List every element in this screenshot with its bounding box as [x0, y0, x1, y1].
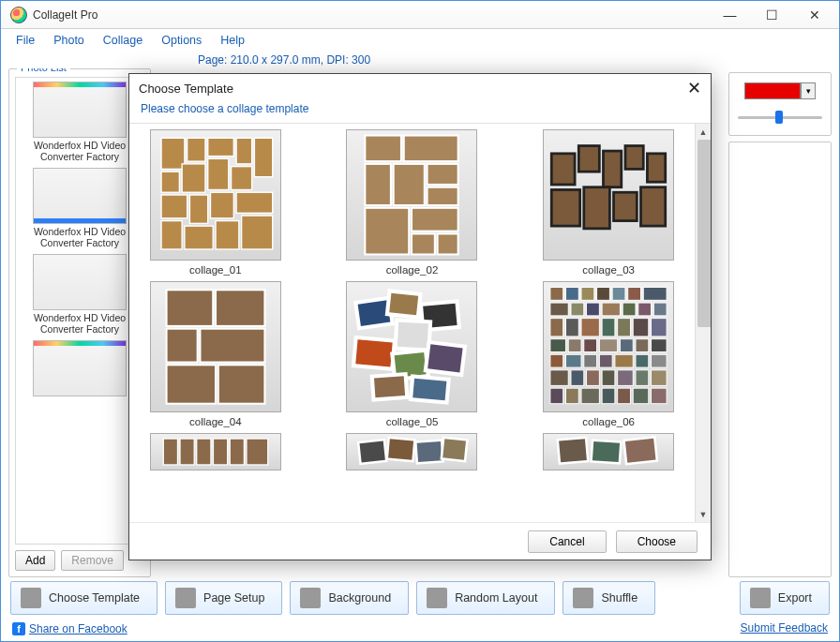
svg-rect-81: [584, 354, 597, 367]
choose-template-button[interactable]: Choose Template: [10, 581, 158, 615]
svg-rect-54: [597, 288, 610, 301]
svg-rect-35: [641, 187, 666, 226]
svg-rect-6: [182, 164, 205, 192]
scroll-thumb[interactable]: [698, 140, 711, 327]
svg-rect-53: [581, 288, 594, 301]
svg-rect-7: [208, 158, 229, 189]
svg-rect-4: [254, 138, 272, 176]
template-item[interactable]: [346, 433, 477, 470]
photo-thumb[interactable]: [23, 340, 136, 402]
svg-rect-105: [247, 439, 268, 465]
maximize-button[interactable]: ☐: [751, 2, 793, 28]
menu-options[interactable]: Options: [154, 32, 209, 49]
color-dropdown-icon[interactable]: ▾: [801, 82, 816, 99]
svg-rect-55: [612, 288, 625, 301]
page-setup-button[interactable]: Page Setup: [165, 581, 282, 615]
svg-rect-9: [161, 195, 188, 218]
svg-rect-70: [633, 319, 649, 336]
cancel-button[interactable]: Cancel: [528, 530, 606, 553]
remove-button[interactable]: Remove: [61, 550, 124, 571]
svg-rect-90: [618, 370, 634, 386]
menu-help[interactable]: Help: [213, 32, 252, 49]
template-item[interactable]: collage_01: [150, 129, 281, 276]
svg-rect-72: [550, 339, 566, 352]
svg-rect-62: [622, 303, 636, 316]
svg-rect-28: [578, 146, 599, 172]
close-button[interactable]: ✕: [793, 2, 835, 28]
svg-rect-24: [412, 208, 458, 231]
svg-rect-60: [587, 303, 600, 316]
template-icon: [21, 588, 41, 608]
svg-rect-20: [394, 164, 425, 205]
svg-rect-111: [592, 440, 622, 464]
choose-template-dialog: Choose Template ✕ Please choose a collag…: [128, 73, 712, 560]
svg-rect-10: [189, 195, 207, 223]
template-item[interactable]: [543, 433, 674, 470]
menubar: File Photo Collage Options Help: [1, 29, 839, 52]
template-item[interactable]: [150, 433, 281, 470]
page-info: Page: 210.0 x 297.0 mm, DPI: 300: [1, 52, 839, 68]
template-item[interactable]: collage_06: [543, 281, 674, 427]
svg-rect-103: [213, 439, 227, 465]
scroll-down-icon[interactable]: ▼: [696, 506, 711, 522]
svg-rect-49: [372, 374, 408, 399]
svg-rect-14: [185, 226, 213, 249]
svg-rect-83: [615, 354, 633, 367]
svg-rect-95: [581, 388, 599, 404]
share-facebook-link[interactable]: Share on Facebook: [29, 622, 128, 635]
photo-thumb[interactable]: Wonderfox HD Video Converter Factory: [23, 254, 136, 338]
menu-collage[interactable]: Collage: [96, 32, 150, 49]
random-layout-button[interactable]: Random Layout: [416, 581, 555, 615]
submit-feedback-link[interactable]: Submit Feedback: [741, 621, 828, 635]
svg-rect-98: [633, 388, 649, 404]
add-button[interactable]: Add: [15, 550, 55, 571]
dialog-close-icon[interactable]: ✕: [687, 78, 701, 98]
titlebar[interactable]: CollageIt Pro — ☐ ✕: [1, 1, 839, 29]
shuffle-button[interactable]: Shuffle: [562, 581, 655, 615]
svg-rect-96: [602, 388, 615, 404]
slider[interactable]: [738, 109, 822, 126]
svg-rect-1: [187, 138, 204, 161]
scrollbar[interactable]: ▲ ▼: [695, 124, 711, 522]
svg-rect-101: [180, 439, 194, 465]
svg-rect-32: [551, 189, 579, 226]
svg-rect-99: [652, 388, 668, 404]
footer: fShare on Facebook Submit Feedback: [1, 619, 839, 641]
color-swatch[interactable]: [744, 82, 801, 99]
background-button[interactable]: Background: [290, 581, 409, 615]
dialog-titlebar[interactable]: Choose Template ✕: [129, 74, 711, 102]
svg-rect-5: [161, 172, 179, 192]
svg-rect-16: [241, 216, 272, 249]
template-item[interactable]: collage_03: [543, 129, 674, 276]
svg-rect-43: [387, 291, 421, 317]
template-grid[interactable]: collage_01 collage_02 collage_03 collage…: [129, 124, 695, 522]
minimize-button[interactable]: —: [709, 2, 751, 28]
svg-rect-76: [621, 339, 634, 352]
svg-rect-94: [566, 388, 579, 404]
svg-rect-3: [236, 138, 252, 164]
scroll-up-icon[interactable]: ▲: [696, 124, 711, 140]
random-icon: [427, 588, 447, 608]
photo-thumbnails[interactable]: Wonderfox HD Video Converter Factory Won…: [15, 77, 144, 545]
photo-thumb[interactable]: Wonderfox HD Video Converter Factory: [23, 168, 136, 252]
menu-file[interactable]: File: [8, 32, 42, 49]
svg-rect-80: [566, 354, 582, 367]
export-icon: [750, 588, 771, 608]
svg-rect-11: [210, 192, 233, 218]
choose-button[interactable]: Choose: [616, 530, 698, 553]
svg-rect-48: [426, 342, 465, 375]
photo-thumb[interactable]: Wonderfox HD Video Converter Factory: [23, 82, 136, 166]
svg-rect-67: [581, 319, 599, 336]
template-item[interactable]: collage_02: [346, 129, 477, 276]
svg-rect-51: [550, 288, 563, 301]
svg-rect-102: [197, 439, 211, 465]
svg-rect-30: [625, 146, 643, 170]
template-item[interactable]: collage_04: [150, 281, 281, 427]
svg-rect-92: [652, 370, 668, 386]
svg-rect-12: [236, 192, 273, 213]
template-item[interactable]: collage_05: [346, 281, 477, 427]
menu-photo[interactable]: Photo: [46, 32, 92, 49]
svg-rect-15: [216, 221, 239, 249]
export-button[interactable]: Export: [740, 581, 830, 615]
svg-rect-77: [636, 339, 649, 352]
